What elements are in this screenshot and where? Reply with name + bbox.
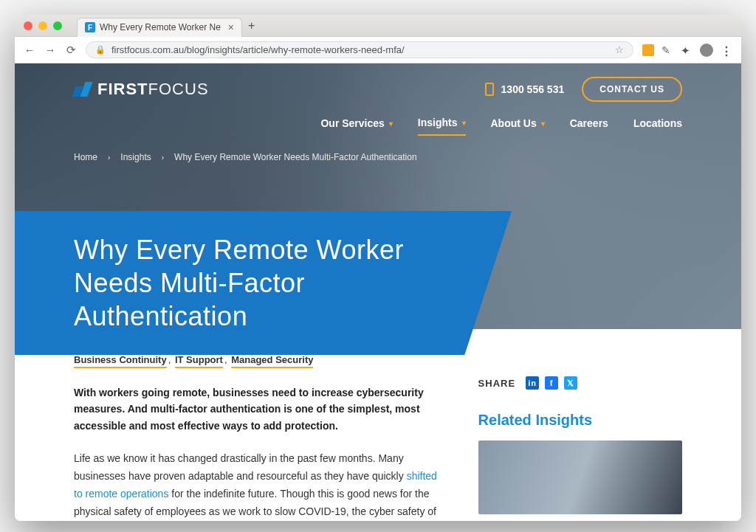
contact-us-button[interactable]: CONTACT US — [582, 77, 682, 102]
profile-icon[interactable] — [700, 44, 713, 57]
logo-text: FIRSTFOCUS — [97, 80, 209, 99]
category-link[interactable]: Business Continuity — [74, 354, 167, 368]
browser-window: F Why Every Remote Worker Ne × + ← → ⟳ 🔒… — [15, 15, 741, 521]
hero-section: FIRSTFOCUS 1300 556 531 CONTACT US Our S… — [15, 63, 741, 329]
header-right: 1300 556 531 CONTACT US — [485, 77, 682, 102]
nav-locations[interactable]: Locations — [633, 117, 682, 136]
phone-number: 1300 556 531 — [501, 83, 565, 95]
favicon: F — [85, 22, 95, 32]
nav-about-us[interactable]: About Us▾ — [491, 117, 545, 136]
category-list: Business Continuity, IT Support, Managed… — [74, 354, 441, 365]
new-tab-button[interactable]: + — [248, 19, 255, 32]
share-bar: SHARE in f 𝕏 — [478, 376, 682, 390]
related-heading: Related Insights — [478, 412, 682, 429]
toolbar: ← → ⟳ 🔒 firstfocus.com.au/blog/insights/… — [15, 37, 741, 63]
chevron-right-icon: › — [108, 153, 110, 162]
browser-tab[interactable]: F Why Every Remote Worker Ne × — [77, 18, 242, 37]
window-titlebar: F Why Every Remote Worker Ne × + — [15, 15, 741, 37]
url-bar[interactable]: 🔒 firstfocus.com.au/blog/insights/articl… — [86, 41, 633, 58]
chevron-down-icon: ▾ — [541, 120, 545, 128]
traffic-lights — [24, 21, 62, 30]
main-nav: Our Services▾ Insights▾ About Us▾ Career… — [15, 102, 741, 143]
close-tab-button[interactable]: × — [228, 21, 234, 33]
close-window-button[interactable] — [24, 21, 32, 30]
logo-mark-icon — [74, 82, 90, 97]
phone-link[interactable]: 1300 556 531 — [485, 83, 565, 96]
linkedin-icon[interactable]: in — [526, 376, 539, 390]
nav-insights[interactable]: Insights▾ — [418, 117, 466, 136]
extension-icon[interactable] — [642, 44, 654, 56]
nav-our-services[interactable]: Our Services▾ — [320, 117, 392, 136]
social-links: in f 𝕏 — [526, 376, 577, 390]
back-button[interactable]: ← — [24, 44, 35, 56]
page-title: Why Every Remote Worker Needs Multi-Fact… — [74, 233, 478, 333]
breadcrumb-section[interactable]: Insights — [120, 152, 151, 162]
article-paragraph: Life as we know it has changed drastical… — [74, 450, 441, 521]
reload-button[interactable]: ⟳ — [65, 44, 77, 57]
menu-dots-icon[interactable]: ⋮ — [721, 44, 732, 56]
breadcrumb-home[interactable]: Home — [74, 152, 97, 162]
site-logo[interactable]: FIRSTFOCUS — [74, 80, 209, 99]
chevron-down-icon: ▾ — [462, 119, 466, 127]
tab-title: Why Every Remote Worker Ne — [100, 22, 221, 32]
category-link[interactable]: Managed Security — [231, 354, 313, 368]
page-header: FIRSTFOCUS 1300 556 531 CONTACT US — [15, 63, 741, 102]
chevron-down-icon: ▾ — [389, 120, 393, 128]
title-panel: Why Every Remote Worker Needs Multi-Fact… — [15, 211, 537, 355]
breadcrumb-current: Why Every Remote Worker Needs Multi-Fact… — [174, 152, 417, 162]
facebook-icon[interactable]: f — [545, 376, 558, 390]
url-text: firstfocus.com.au/blog/insights/article/… — [111, 44, 405, 55]
category-link[interactable]: IT Support — [175, 354, 223, 368]
nav-careers[interactable]: Careers — [570, 117, 608, 136]
chevron-right-icon: › — [162, 153, 164, 162]
content-area: Business Continuity, IT Support, Managed… — [15, 329, 741, 521]
related-thumbnail[interactable] — [478, 441, 682, 514]
maximize-window-button[interactable] — [53, 21, 62, 30]
eyedropper-icon[interactable]: ✎ — [662, 44, 673, 56]
page-viewport: FIRSTFOCUS 1300 556 531 CONTACT US Our S… — [15, 63, 741, 521]
forward-button[interactable]: → — [44, 44, 56, 56]
breadcrumb: Home › Insights › Why Every Remote Worke… — [15, 143, 741, 171]
bookmark-star-icon[interactable]: ☆ — [615, 44, 624, 55]
extensions-puzzle-icon[interactable]: ✦ — [681, 44, 693, 56]
extensions-area: ✎ ✦ ⋮ — [642, 44, 732, 57]
article-lead: With workers going remote, businesses ne… — [74, 384, 441, 434]
phone-icon — [485, 83, 494, 96]
related-insights: Related Insights — [478, 412, 682, 514]
share-label: SHARE — [478, 378, 516, 389]
sidebar: SHARE in f 𝕏 Related Insights — [478, 354, 682, 521]
article-body: Business Continuity, IT Support, Managed… — [74, 354, 441, 521]
twitter-icon[interactable]: 𝕏 — [564, 376, 577, 390]
lock-icon: 🔒 — [95, 45, 106, 55]
minimize-window-button[interactable] — [38, 21, 47, 30]
